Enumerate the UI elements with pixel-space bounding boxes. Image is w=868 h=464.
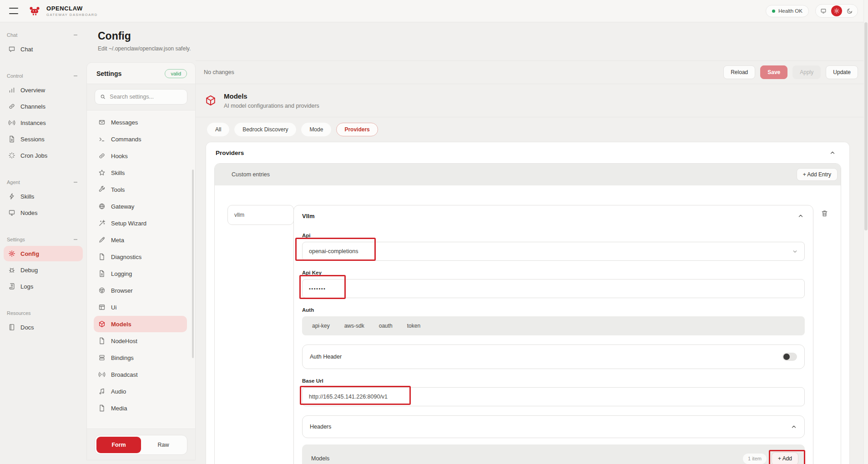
reload-button[interactable]: Reload bbox=[723, 65, 755, 79]
apply-button[interactable]: Apply bbox=[792, 65, 821, 79]
settings-item-label: Tools bbox=[111, 186, 125, 193]
settings-item-gateway[interactable]: Gateway bbox=[94, 198, 187, 215]
settings-search-box[interactable] bbox=[95, 89, 187, 105]
brand-text: OPENCLAW GATEWAY DASHBOARD bbox=[46, 5, 98, 17]
settings-item-tools[interactable]: Tools bbox=[94, 181, 187, 198]
api-key-input[interactable] bbox=[309, 286, 798, 291]
update-button[interactable]: Update bbox=[826, 65, 858, 79]
settings-item-commands[interactable]: Commands bbox=[94, 131, 187, 147]
file-icon bbox=[98, 253, 106, 260]
sidebar-item-config[interactable]: Config bbox=[4, 246, 83, 261]
sidebar-item-chat[interactable]: Chat bbox=[4, 41, 83, 57]
collapse-dash-icon[interactable] bbox=[74, 35, 77, 35]
tab-bedrock-discovery[interactable]: Bedrock Discovery bbox=[234, 123, 296, 136]
models-list-label: Models bbox=[311, 455, 329, 462]
sidebar-item-nodes[interactable]: Nodes bbox=[4, 205, 83, 220]
add-model-button[interactable]: + Add bbox=[772, 452, 798, 464]
settings-item-browser[interactable]: Browser bbox=[94, 282, 187, 299]
models-filter-tabs: All Bedrock Discovery Mode Providers bbox=[196, 117, 868, 142]
main-sidebar: Chat Chat Control Overview Channels Inst… bbox=[0, 22, 86, 464]
raw-mode-button[interactable]: Raw bbox=[141, 437, 186, 453]
config-toolbar: No changes Reload Save Apply Update bbox=[196, 60, 868, 84]
models-title: Models bbox=[224, 92, 319, 100]
auth-option-token[interactable]: token bbox=[407, 323, 420, 329]
dark-theme-button[interactable] bbox=[845, 6, 855, 16]
settings-nav-list: Messages Commands Hooks Skills Tools Gat… bbox=[87, 110, 195, 429]
sidebar-section-resources: Resources bbox=[0, 309, 86, 317]
base-url-input[interactable] bbox=[309, 394, 798, 400]
save-button[interactable]: Save bbox=[760, 65, 787, 79]
form-mode-button[interactable]: Form bbox=[96, 437, 141, 453]
sidebar-item-label: Debug bbox=[20, 267, 38, 274]
sidebar-item-debug[interactable]: Debug bbox=[4, 262, 83, 278]
settings-item-nodehost[interactable]: NodeHost bbox=[94, 333, 187, 349]
system-theme-button[interactable] bbox=[818, 6, 828, 16]
sidebar-item-cron-jobs[interactable]: Cron Jobs bbox=[4, 148, 83, 163]
sidebar-item-docs[interactable]: Docs bbox=[4, 319, 83, 335]
openclaw-logo-icon bbox=[28, 5, 41, 17]
sidebar-item-sessions[interactable]: Sessions bbox=[4, 131, 83, 147]
menu-icon[interactable] bbox=[9, 8, 18, 14]
auth-header-toggle[interactable] bbox=[782, 353, 797, 361]
api-select[interactable]: openai-completions bbox=[302, 242, 805, 261]
tab-all[interactable]: All bbox=[207, 123, 229, 136]
settings-panel-header: Settings valid bbox=[87, 63, 195, 84]
cube-icon bbox=[98, 320, 106, 328]
auth-options-bar: api-key aws-sdk oauth token bbox=[302, 316, 805, 335]
settings-item-skills[interactable]: Skills bbox=[94, 165, 187, 181]
collapse-dash-icon[interactable] bbox=[74, 239, 77, 240]
sidebar-item-overview[interactable]: Overview bbox=[4, 82, 83, 98]
settings-item-broadcast[interactable]: Broadcast bbox=[94, 366, 187, 383]
settings-item-audio[interactable]: Audio bbox=[94, 383, 187, 399]
page-scrollbar-thumb[interactable] bbox=[864, 22, 868, 230]
settings-item-label: Skills bbox=[111, 170, 125, 176]
chevron-up-icon[interactable] bbox=[797, 213, 804, 219]
settings-item-label: Browser bbox=[111, 287, 133, 294]
settings-item-media[interactable]: Media bbox=[94, 400, 187, 416]
collapse-dash-icon[interactable] bbox=[74, 75, 77, 76]
settings-item-models[interactable]: Models bbox=[94, 316, 187, 332]
chevron-up-icon[interactable] bbox=[791, 424, 797, 430]
settings-item-setup-wizard[interactable]: Setup Wizard bbox=[94, 215, 187, 231]
sidebar-item-label: Nodes bbox=[20, 210, 38, 216]
chevron-down-icon bbox=[792, 249, 798, 254]
page-scrollbar[interactable] bbox=[863, 0, 868, 464]
provider-panel: Vllm Api openai-completions Api Key bbox=[293, 205, 813, 464]
collapse-dash-icon[interactable] bbox=[74, 182, 77, 183]
provider-panel-header[interactable]: Vllm bbox=[294, 205, 813, 226]
sidebar-item-instances[interactable]: Instances bbox=[4, 115, 83, 130]
sidebar-item-logs[interactable]: Logs bbox=[4, 279, 83, 294]
settings-item-bindings[interactable]: Bindings bbox=[94, 349, 187, 366]
settings-item-ui[interactable]: Ui bbox=[94, 299, 187, 315]
settings-item-messages[interactable]: Messages bbox=[94, 114, 187, 130]
sidebar-item-channels[interactable]: Channels bbox=[4, 99, 83, 114]
book-icon bbox=[8, 324, 15, 331]
health-label: Health OK bbox=[778, 8, 802, 14]
globe-icon bbox=[98, 203, 106, 210]
sidebar-item-label: Docs bbox=[20, 324, 34, 331]
settings-item-diagnostics[interactable]: Diagnostics bbox=[94, 249, 187, 265]
add-entry-button[interactable]: + Add Entry bbox=[797, 168, 838, 181]
auth-option-api-key[interactable]: api-key bbox=[312, 323, 330, 329]
sidebar-item-skills[interactable]: Skills bbox=[4, 189, 83, 204]
settings-item-meta[interactable]: Meta bbox=[94, 232, 187, 248]
light-theme-button[interactable] bbox=[831, 5, 842, 16]
settings-item-logging[interactable]: Logging bbox=[94, 265, 187, 282]
auth-option-aws-sdk[interactable]: aws-sdk bbox=[344, 323, 364, 329]
chevron-up-icon[interactable] bbox=[829, 150, 836, 156]
api-key-field-label: Api Key bbox=[302, 270, 805, 275]
trash-icon[interactable] bbox=[821, 210, 828, 217]
tab-mode[interactable]: Mode bbox=[301, 123, 331, 136]
tab-providers[interactable]: Providers bbox=[336, 123, 378, 136]
search-input[interactable] bbox=[110, 94, 182, 100]
headers-card[interactable]: Headers bbox=[302, 415, 805, 438]
provider-key-input[interactable] bbox=[227, 205, 294, 225]
page-header: Config Edit ~/.openclaw/openclaw.json sa… bbox=[86, 22, 868, 60]
settings-item-label: Logging bbox=[111, 270, 132, 277]
auth-option-oauth[interactable]: oauth bbox=[379, 323, 393, 329]
settings-scrollbar-thumb[interactable] bbox=[192, 170, 194, 358]
broadcast-icon bbox=[8, 119, 15, 126]
settings-item-label: Diagnostics bbox=[111, 254, 141, 260]
settings-item-label: NodeHost bbox=[111, 338, 137, 344]
settings-item-hooks[interactable]: Hooks bbox=[94, 148, 187, 164]
